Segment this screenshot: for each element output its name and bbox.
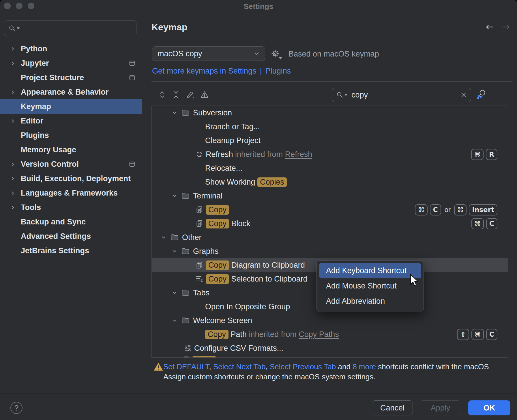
- show-conflicts-warning-icon[interactable]: [200, 90, 209, 99]
- forward-arrow-icon[interactable]: →: [502, 21, 510, 32]
- edit-shortcut-icon[interactable]: [186, 90, 194, 99]
- shortcut-or-label: or: [445, 206, 451, 214]
- tree-row-refresh[interactable]: Refresh inherited from Refresh⌘R: [152, 147, 508, 161]
- plugins-link[interactable]: Plugins: [265, 67, 291, 76]
- sidebar-item-build-execution-deployment[interactable]: Build, Execution, Deployment: [0, 171, 142, 186]
- search-match-highlight: Copy: [206, 260, 229, 270]
- sidebar-item-jetbrains-settings[interactable]: JetBrains Settings: [0, 243, 142, 258]
- keycap-c: C: [486, 329, 497, 340]
- tree-row-terminal[interactable]: Terminal: [152, 189, 508, 203]
- sidebar-item-label: Project Structure: [21, 73, 84, 82]
- settings-search-field[interactable]: [4, 20, 136, 36]
- ok-button[interactable]: OK: [468, 400, 510, 415]
- tree-row-partial[interactable]: Copy: [152, 355, 508, 358]
- chevron-down-icon[interactable]: [172, 110, 177, 115]
- get-more-keymaps-link[interactable]: Get more keymaps in Settings: [152, 67, 256, 76]
- find-action-by-shortcut-icon[interactable]: [477, 89, 486, 99]
- action-search-input[interactable]: [351, 90, 460, 100]
- sidebar-item-keymap[interactable]: Keymap: [0, 99, 142, 114]
- sidebar-item-label: Jupyter: [21, 59, 49, 68]
- keycap-cmd: ⌘: [471, 218, 484, 229]
- sidebar-item-memory-usage[interactable]: Memory Usage: [0, 142, 142, 157]
- sidebar-item-label: Version Control: [21, 160, 79, 169]
- warning-text: ,: [266, 362, 270, 371]
- sidebar-item-label: Keymap: [21, 102, 51, 111]
- gear-dropdown-caret-icon: [279, 57, 282, 59]
- cancel-button[interactable]: Cancel: [372, 400, 413, 415]
- search-options-caret-icon[interactable]: [344, 94, 347, 96]
- tree-row-welcome-screen[interactable]: Welcome Screen: [152, 314, 508, 327]
- inherited-from-link[interactable]: Copy Paths: [299, 330, 339, 339]
- tree-row-other[interactable]: Other: [152, 230, 508, 244]
- sidebar-item-languages-frameworks[interactable]: Languages & Frameworks: [0, 186, 142, 200]
- sidebar-item-jupyter[interactable]: Jupyter: [0, 56, 142, 70]
- warning-text: and: [336, 362, 353, 371]
- action-search-field[interactable]: [332, 88, 471, 102]
- sidebar-item-appearance-behavior[interactable]: Appearance & Behavior: [0, 85, 142, 99]
- tree-row-configure-csv-formats[interactable]: Configure CSV Formats...: [152, 341, 508, 355]
- tree-row-relocate[interactable]: Relocate...: [152, 161, 508, 175]
- set-default-link[interactable]: Set DEFAULT: [163, 362, 209, 371]
- keycap-cmd: ⌘: [471, 329, 484, 340]
- tree-row-copy[interactable]: Copy⌘Cor⌘Insert: [152, 203, 508, 217]
- tree-row-graphs[interactable]: Graphs: [152, 244, 508, 258]
- copy-icon: [196, 261, 203, 269]
- chevron-down-icon[interactable]: [172, 318, 177, 323]
- chevron-down-icon[interactable]: [172, 249, 177, 254]
- sidebar-item-python[interactable]: Python: [0, 42, 142, 56]
- chevron-right-icon: [10, 176, 15, 181]
- tree-row-label: Block: [229, 219, 250, 228]
- select-next-tab-link[interactable]: Select Next Tab: [213, 362, 266, 371]
- tree-row-cleanup-project[interactable]: Cleanup Project: [152, 134, 508, 147]
- conflict-warning-line1: Set DEFAULT, Select Next Tab, Select Pre…: [163, 361, 517, 372]
- search-icon: [8, 25, 16, 32]
- sidebar-item-backup-and-sync[interactable]: Backup and Sync: [0, 215, 142, 229]
- chevron-down-icon[interactable]: [172, 290, 177, 295]
- mouse-cursor: [410, 274, 418, 287]
- tree-row-branch-or-tag[interactable]: Branch or Tag...: [152, 120, 508, 134]
- tree-row-label: Show Working: [205, 178, 257, 187]
- apply-button[interactable]: Apply: [420, 400, 461, 415]
- tree-row-label: Open In Opposite Group: [205, 302, 290, 311]
- tree-row-label: Path: [228, 330, 249, 339]
- keymap-dropdown[interactable]: macOS copy: [152, 46, 265, 61]
- menu-item-add-mouse-shortcut[interactable]: Add Mouse Shortcut: [319, 278, 421, 294]
- keycap-c: C: [430, 204, 441, 215]
- keymap-based-on-label: Based on macOS keymap: [289, 50, 379, 59]
- chevron-right-icon: [10, 205, 15, 210]
- clear-search-icon[interactable]: [460, 92, 467, 98]
- tree-row-label: Relocate...: [205, 164, 242, 173]
- menu-item-add-abbreviation[interactable]: Add Abbreviation: [319, 294, 421, 309]
- menu-item-add-keyboard-shortcut[interactable]: Add Keyboard Shortcut: [319, 263, 421, 278]
- window-title: Settings: [0, 2, 517, 11]
- context-menu: Add Keyboard Shortcut Add Mouse Shortcut…: [316, 260, 424, 312]
- tree-row-copy-block[interactable]: Copy Block⌘C: [152, 217, 508, 230]
- warning-icon: [154, 363, 163, 371]
- expand-all-icon[interactable]: [158, 90, 166, 99]
- plugin-icon: [129, 60, 135, 66]
- sidebar-item-tools[interactable]: Tools: [0, 200, 142, 215]
- back-arrow-icon[interactable]: ←: [486, 21, 494, 32]
- more-shortcuts-link[interactable]: 8 more: [353, 362, 376, 371]
- sidebar-item-plugins[interactable]: Plugins: [0, 128, 142, 142]
- tree-row-show-working-copies[interactable]: Show Working Copies: [152, 175, 508, 189]
- select-previous-tab-link[interactable]: Select Previous Tab: [270, 362, 336, 371]
- sidebar-item-editor[interactable]: Editor: [0, 114, 142, 128]
- help-button[interactable]: ?: [10, 402, 23, 414]
- keymap-dropdown-value: macOS copy: [158, 49, 202, 58]
- chevron-down-icon[interactable]: [172, 193, 177, 198]
- sliders-icon: [184, 344, 192, 352]
- shortcut-keys: ⌘C: [471, 218, 508, 229]
- chevron-down-icon[interactable]: [161, 235, 166, 240]
- sidebar-item-project-structure[interactable]: Project Structure: [0, 70, 142, 85]
- inherited-from-link[interactable]: Refresh: [285, 150, 312, 159]
- tree-row-subversion[interactable]: Subversion: [152, 106, 508, 120]
- sidebar-item-advanced-settings[interactable]: Advanced Settings: [0, 229, 142, 243]
- collapse-all-icon[interactable]: [172, 90, 180, 99]
- search-history-caret-icon[interactable]: [17, 27, 20, 29]
- tree-row-copy-path[interactable]: Copy Path inherited from Copy Paths⇧⌘C: [152, 327, 508, 341]
- settings-window: Settings Python Jupyter Project Structur…: [0, 0, 517, 420]
- settings-search-input[interactable]: [20, 24, 132, 33]
- sidebar-item-version-control[interactable]: Version Control: [0, 157, 142, 171]
- keycap-insert: Insert: [469, 204, 497, 215]
